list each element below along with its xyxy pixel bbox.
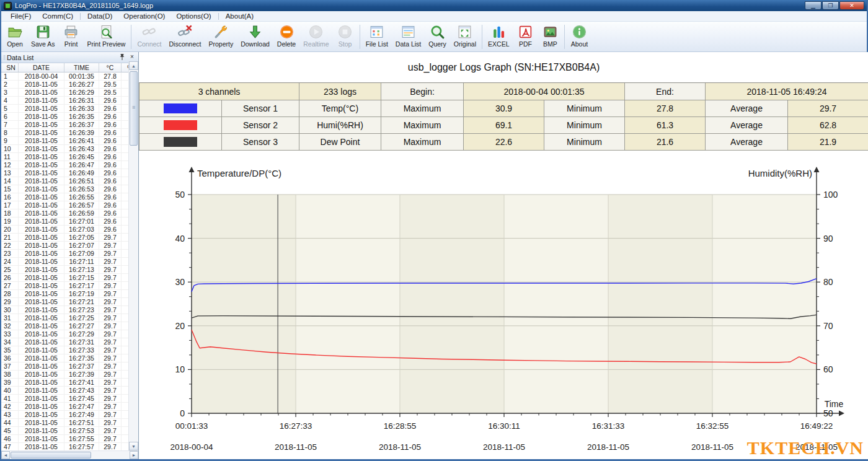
table-row[interactable]: 362018-11-0516:27:3529.7 — [1, 354, 128, 362]
table-row[interactable]: 232018-11-0516:27:0929.7 — [1, 250, 128, 258]
about-button[interactable]: About — [567, 22, 591, 51]
table-cell: 25 — [1, 266, 19, 273]
table-row[interactable]: 292018-11-0516:27:2129.7 — [1, 298, 128, 306]
menu-item-options[interactable]: Options(O) — [170, 11, 216, 22]
table-cell: 2018-11-05 — [19, 129, 64, 136]
excel-button[interactable]: EXCEL — [484, 22, 513, 51]
table-row[interactable]: 32018-11-0516:26:2929.5 — [1, 89, 128, 97]
property-button[interactable]: Property — [205, 22, 237, 51]
original-button[interactable]: Original — [450, 22, 480, 51]
table-row[interactable]: 392018-11-0516:27:4129.7 — [1, 379, 128, 387]
column-header-time[interactable]: TIME — [64, 63, 99, 72]
download-button[interactable]: Download — [237, 22, 273, 51]
data-list-button[interactable]: Data List — [392, 22, 425, 51]
delete-button[interactable]: Delete — [273, 22, 299, 51]
table-row[interactable]: 302018-11-0516:27:2329.7 — [1, 306, 128, 314]
table-row[interactable]: 82018-11-0516:26:3929.6 — [1, 129, 128, 137]
bmp-button[interactable]: BMP — [538, 22, 562, 51]
table-row[interactable]: 72018-11-0516:26:3729.6 — [1, 121, 128, 129]
table-row[interactable]: 252018-11-0516:27:1329.7 — [1, 266, 128, 274]
menu-item-data[interactable]: Data(D) — [82, 11, 118, 22]
table-row[interactable]: 92018-11-0516:26:4129.6 — [1, 137, 128, 145]
horizontal-scrollbar[interactable]: ◄ ► — [1, 450, 138, 459]
scroll-down-icon[interactable]: ▼ — [129, 442, 138, 450]
table-row[interactable]: 342018-11-0516:27:3129.7 — [1, 338, 128, 346]
pdf-button[interactable]: PDF — [513, 22, 538, 51]
vertical-scrollbar[interactable]: ▲ ▼ — [128, 61, 138, 450]
table-cell: 29.7 — [99, 435, 122, 442]
table-row[interactable]: 162018-11-0516:26:5529.6 — [1, 193, 128, 201]
menu-item-operation[interactable]: Operation(O) — [118, 11, 170, 22]
menu-item-about[interactable]: About(A) — [220, 11, 259, 22]
save-as-button[interactable]: Save As — [27, 22, 59, 51]
panel-close-icon[interactable]: × — [128, 53, 136, 61]
table-row[interactable]: 12018-00-0400:01:3527.8 — [1, 72, 128, 81]
table-row[interactable]: 262018-11-0516:27:1529.7 — [1, 274, 128, 282]
table-row[interactable]: 122018-11-0516:26:4729.6 — [1, 161, 128, 169]
table-row[interactable]: 332018-11-0516:27:2929.7 — [1, 330, 128, 338]
vertical-scroll-thumb[interactable] — [130, 71, 138, 146]
table-row[interactable]: 212018-11-0516:27:0529.7 — [1, 234, 128, 242]
table-row[interactable]: 202018-11-0516:27:0329.6 — [1, 226, 128, 234]
scroll-left-icon[interactable]: ◄ — [1, 451, 10, 459]
table-row[interactable]: 452018-11-0516:27:5329.7 — [1, 427, 128, 435]
table-row[interactable]: 422018-11-0516:27:4729.7 — [1, 403, 128, 411]
table-row[interactable]: 412018-11-0516:27:4529.7 — [1, 395, 128, 403]
table-cell: 16:26:45 — [64, 153, 99, 160]
table-row[interactable]: 152018-11-0516:26:5329.6 — [1, 185, 128, 193]
table-cell: 16:27:17 — [64, 282, 99, 289]
table-row[interactable]: 42018-11-0516:26:3129.6 — [1, 97, 128, 105]
table-cell: 16 — [1, 193, 19, 201]
table-cell: 2018-11-05 — [19, 258, 64, 265]
table-row[interactable]: 282018-11-0516:27:1929.7 — [1, 290, 128, 298]
print-button[interactable]: Print — [59, 22, 84, 51]
stat-value: 30.9 — [464, 100, 544, 117]
table-row[interactable]: 192018-11-0516:27:0129.6 — [1, 217, 128, 226]
table-row[interactable]: 242018-11-0516:27:1129.7 — [1, 258, 128, 266]
table-row[interactable]: 172018-11-0516:26:5729.6 — [1, 201, 128, 209]
minimize-button[interactable]: ▁ — [805, 1, 822, 10]
table-row[interactable]: 462018-11-0516:27:5529.7 — [1, 435, 128, 443]
table-row[interactable]: 312018-11-0516:27:2529.7 — [1, 314, 128, 322]
table-row[interactable]: 132018-11-0516:26:4929.6 — [1, 169, 128, 177]
table-row[interactable]: 182018-11-0516:26:5929.6 — [1, 209, 128, 217]
query-button[interactable]: Query — [425, 22, 450, 51]
open-button[interactable]: Open — [2, 22, 27, 51]
column-header-date[interactable]: DATE — [19, 63, 64, 72]
column-header-°c[interactable]: °C — [99, 63, 122, 72]
table-cell: 2018-11-05 — [19, 435, 64, 442]
scroll-up-icon[interactable]: ▲ — [129, 61, 138, 70]
horizontal-scroll-thumb[interactable] — [11, 452, 91, 459]
table-row[interactable]: 222018-11-0516:27:0729.7 — [1, 242, 128, 250]
table-row[interactable]: 102018-11-0516:26:4329.6 — [1, 145, 128, 153]
table-row[interactable]: 142018-11-0516:26:5129.6 — [1, 177, 128, 185]
maximize-button[interactable]: ❐ — [822, 1, 839, 10]
table-row[interactable]: 322018-11-0516:27:2729.7 — [1, 322, 128, 330]
table-row[interactable]: 402018-11-0516:27:4329.7 — [1, 387, 128, 395]
toolbar-button-label: Delete — [277, 40, 296, 48]
table-cell: 29.7 — [99, 330, 122, 338]
disconnect-button[interactable]: Disconnect — [166, 22, 205, 51]
table-cell: 29.7 — [99, 306, 122, 314]
table-row[interactable]: 112018-11-0516:26:4529.6 — [1, 153, 128, 161]
table-row[interactable]: 52018-11-0516:26:3329.6 — [1, 105, 128, 113]
table-row[interactable]: 442018-11-0516:27:5129.7 — [1, 419, 128, 427]
table-row[interactable]: 432018-11-0516:27:4929.7 — [1, 411, 128, 419]
scroll-right-icon[interactable]: ► — [130, 451, 138, 459]
table-row[interactable]: 62018-11-0516:26:3529.6 — [1, 113, 128, 121]
table-row[interactable]: 272018-11-0516:27:1729.7 — [1, 282, 128, 290]
column-header-sn[interactable]: SN — [1, 63, 19, 72]
print-preview-button[interactable]: Print Preview — [84, 22, 130, 51]
menu-item-comm[interactable]: Comm(C) — [37, 11, 79, 22]
table-row[interactable]: 372018-11-0516:27:3729.7 — [1, 362, 128, 371]
file-list-button[interactable]: File List — [362, 22, 392, 51]
table-row[interactable]: 352018-11-0516:27:3329.7 — [1, 346, 128, 354]
table-cell: 2018-11-05 — [19, 322, 64, 330]
table-row[interactable]: 472018-11-0516:27:5729.7 — [1, 443, 128, 450]
close-button[interactable]: ✕ — [839, 1, 864, 10]
pin-icon[interactable] — [118, 53, 126, 61]
menu-item-file[interactable]: File(F) — [5, 11, 37, 22]
table-row[interactable]: 22018-11-0516:26:2729.5 — [1, 81, 128, 89]
x-axis-title: Time — [825, 399, 844, 409]
table-row[interactable]: 382018-11-0516:27:3929.7 — [1, 371, 128, 379]
